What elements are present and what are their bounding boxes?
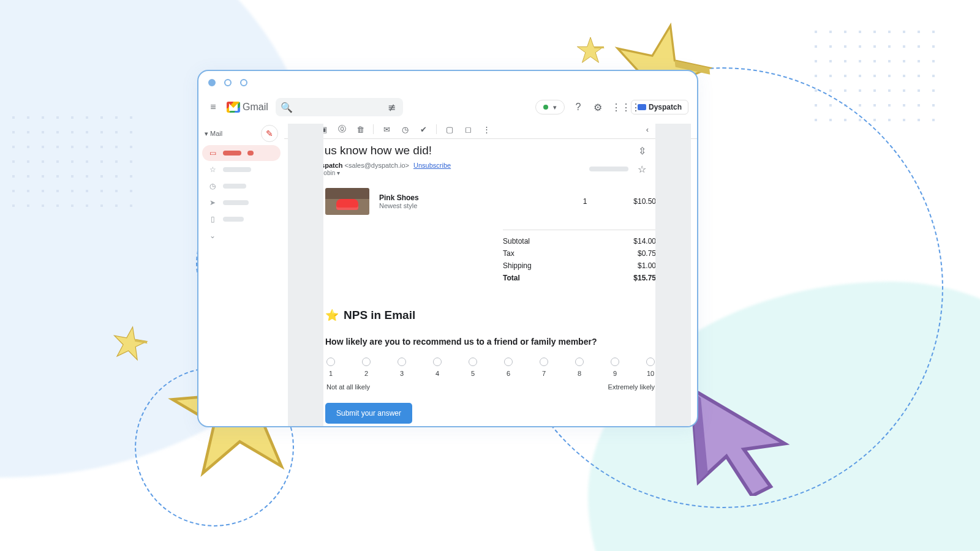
sender-email: <sales@dyspatch.io> [345,162,409,169]
nps-option-label: 7 [542,370,546,377]
shipping-label: Shipping [503,261,532,270]
sidebar-placeholder [247,151,254,156]
content-gutter [288,124,323,426]
snooze-icon[interactable]: ◷ [398,122,412,136]
email-body: Pink Shoes Newest style 1 $10.50 Subtota… [325,181,656,426]
submit-button[interactable]: Submit your answer [325,403,412,424]
star-icon [576,36,605,65]
radio-icon [646,358,655,366]
subtotal-value: $14.00 [633,237,656,246]
radio-icon [433,358,442,366]
chevron-down-icon: ⌄ [208,231,217,240]
radio-icon [575,358,584,366]
nps-option-3[interactable]: 3 [398,358,406,377]
mail-dropdown[interactable]: ▾ Mail [205,130,222,138]
total-value: $15.75 [633,274,656,282]
report-spam-icon[interactable]: ⓪ [335,122,349,136]
sidebar-placeholder [223,151,241,156]
nps-option-7[interactable]: 7 [540,358,548,377]
browser-window: ≡ Gmail 🔍 ≢ ▾ ? ⚙ ⋮⋮⋮ Dyspatch [197,70,698,427]
dot-grid [6,110,141,208]
star-icon: ⭐ [325,309,339,322]
sidebar-item-more[interactable]: ⌄ [202,228,281,244]
timestamp-placeholder [589,167,628,171]
nps-high-label: Extremely likely [608,383,655,391]
nps-option-8[interactable]: 8 [575,358,584,377]
nps-option-label: 5 [471,370,475,377]
product-price: $10.50 [613,197,656,206]
email-pane: ← ▣ ⓪ 🗑 ✉ ◷ ✔ ▢ ◻ ⋮ ‹ › ▦ [284,120,697,426]
product-thumb [325,188,369,215]
nps-option-5[interactable]: 5 [469,358,477,377]
sidebar-item-snoozed[interactable]: ◷ [202,178,281,194]
shipping-value: $1.00 [638,261,656,270]
send-icon: ➤ [208,198,217,207]
nps-block: ⭐ NPS in Email How likely are you to rec… [325,309,656,424]
nps-option-4[interactable]: 4 [433,358,442,377]
nps-option-label: 10 [647,370,654,377]
sidebar: ▾ Mail ✎ ▭ ☆ ◷ ➤ [198,120,284,426]
star-icon [108,321,151,364]
window-dot[interactable] [240,79,247,86]
nps-option-6[interactable]: 6 [504,358,513,377]
inbox-icon: ▭ [208,149,217,157]
sidebar-item-starred[interactable]: ☆ [202,162,281,178]
radio-icon [398,358,406,366]
nps-option-9[interactable]: 9 [611,358,619,377]
compose-button[interactable]: ✎ [261,125,278,142]
expand-icon[interactable]: ⇳ [636,145,648,157]
add-task-icon[interactable]: ✔ [417,122,430,136]
mark-unread-icon[interactable]: ✉ [380,122,393,136]
nps-option-label: 8 [578,370,581,377]
radio-icon [540,358,548,366]
more-icon[interactable]: ⋮ [480,122,493,136]
radio-icon [362,358,371,366]
star-icon[interactable]: ☆ [636,163,648,175]
sidebar-placeholder [223,217,244,222]
email-subject: Let us know how we did! [305,144,432,157]
labels-icon[interactable]: ◻ [461,122,475,136]
file-icon: ▯ [208,215,217,223]
sidebar-item-sent[interactable]: ➤ [202,195,281,211]
gmail-m-icon [227,102,240,113]
product-qty: 1 [567,197,603,206]
nps-option-label: 3 [400,370,404,377]
nps-option-10[interactable]: 10 [646,358,655,377]
help-icon[interactable]: ? [572,102,584,113]
nps-option-2[interactable]: 2 [362,358,371,377]
gmail-topbar: ≡ Gmail 🔍 ≢ ▾ ? ⚙ ⋮⋮⋮ Dyspatch [198,94,697,120]
gear-icon[interactable]: ⚙ [592,102,604,113]
nps-option-1[interactable]: 1 [326,358,335,377]
window-dot[interactable] [208,79,216,86]
gmail-logo[interactable]: Gmail [227,102,268,113]
window-dot[interactable] [224,79,232,86]
tax-label: Tax [503,249,514,258]
move-to-icon[interactable]: ▢ [443,122,456,136]
window-controls [198,71,697,94]
order-totals: Subtotal$14.00 Tax$0.75 Shipping$1.00 To… [503,230,656,284]
chevron-down-icon[interactable]: ▾ [337,170,340,176]
nps-option-label: 6 [507,370,510,377]
sidebar-item-inbox[interactable]: ▭ [202,145,281,161]
chevron-down-icon: ▾ [553,103,557,111]
delete-icon[interactable]: 🗑 [353,122,367,136]
brand-text: Dyspatch [649,103,682,111]
unsubscribe-link[interactable]: Unsubscribe [413,162,451,169]
tune-icon[interactable]: ≢ [386,102,398,113]
status-pill[interactable]: ▾ [535,100,565,114]
sidebar-item-drafts[interactable]: ▯ [202,211,281,227]
product-name: Pink Shoes [379,193,419,202]
apps-grid-icon[interactable]: ⋮⋮⋮ [611,102,624,113]
nps-option-label: 4 [435,370,439,377]
search-bar[interactable]: 🔍 ≢ [276,98,403,116]
search-input[interactable] [293,103,386,111]
nps-low-label: Not at all likely [326,383,370,391]
prev-icon[interactable]: ‹ [641,122,654,136]
radio-icon [469,358,477,366]
tax-value: $0.75 [638,249,656,258]
radio-icon [504,358,513,366]
account-brand-badge[interactable]: Dyspatch [631,100,688,114]
status-dot-icon [543,105,548,110]
radio-icon [326,358,335,366]
menu-icon[interactable]: ≡ [207,102,219,113]
